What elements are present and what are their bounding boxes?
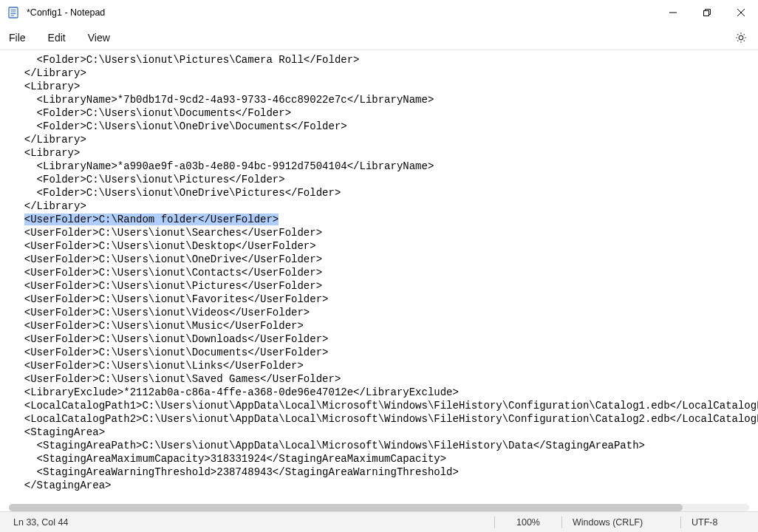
titlebar: *Config1 - Notepad	[0, 0, 758, 25]
svg-rect-6	[704, 11, 709, 16]
svg-rect-0	[9, 7, 18, 18]
minimize-button[interactable]	[656, 0, 690, 25]
maximize-button[interactable]	[690, 0, 724, 25]
text-editor[interactable]: <Folder>C:\Users\ionut\Pictures\Camera R…	[0, 50, 758, 511]
menu-file[interactable]: File	[7, 29, 27, 47]
editor-content[interactable]: <Folder>C:\Users\ionut\Pictures\Camera R…	[12, 53, 758, 492]
status-encoding: UTF-8	[681, 512, 755, 532]
close-button[interactable]	[724, 0, 758, 25]
editor-area: <Folder>C:\Users\ionut\Pictures\Camera R…	[0, 50, 758, 511]
gear-icon	[735, 32, 747, 44]
notepad-icon	[7, 7, 19, 18]
settings-button[interactable]	[731, 28, 751, 47]
horizontal-scrollbar-thumb[interactable]	[9, 504, 683, 511]
window-title: *Config1 - Notepad	[27, 7, 105, 18]
window-controls	[656, 0, 758, 25]
menu-edit[interactable]: Edit	[47, 29, 67, 47]
statusbar: Ln 33, Col 44 100% Windows (CRLF) UTF-8	[0, 511, 758, 532]
status-zoom[interactable]: 100%	[495, 512, 561, 532]
selected-text[interactable]: <UserFolder>C:\Random folder</UserFolder…	[24, 214, 279, 225]
menu-view[interactable]: View	[86, 29, 112, 47]
status-line-ending: Windows (CRLF)	[562, 512, 680, 532]
horizontal-scrollbar[interactable]	[9, 504, 749, 511]
menubar: File Edit View	[0, 25, 758, 50]
status-cursor-position: Ln 33, Col 44	[3, 512, 78, 532]
